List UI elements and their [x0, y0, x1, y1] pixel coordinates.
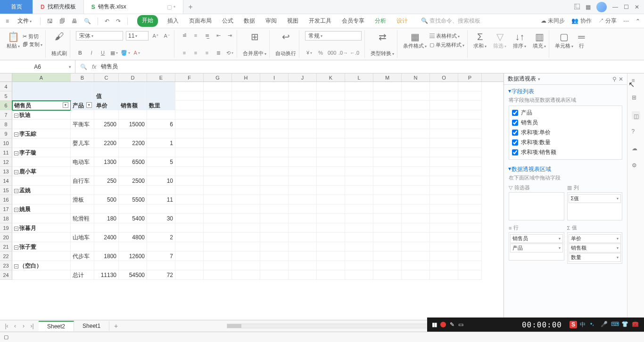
- cell[interactable]: [12, 138, 71, 148]
- rail-help-icon[interactable]: ?: [632, 128, 640, 137]
- cell[interactable]: [458, 91, 482, 101]
- select-all-corner[interactable]: [0, 73, 12, 81]
- tray-dot-icon[interactable]: •،: [590, 321, 598, 328]
- cell[interactable]: [204, 186, 232, 195]
- cell[interactable]: [147, 261, 175, 270]
- underline-icon[interactable]: U: [99, 49, 107, 57]
- cell[interactable]: [373, 204, 402, 214]
- more-icon[interactable]: ⋯: [623, 18, 629, 24]
- cell[interactable]: −孟姚: [12, 186, 71, 195]
- cell[interactable]: [71, 261, 94, 270]
- formula-input[interactable]: 销售员: [101, 63, 118, 71]
- cell[interactable]: [317, 157, 345, 167]
- preview-icon[interactable]: 🔍: [82, 17, 93, 25]
- cell[interactable]: [289, 148, 317, 157]
- cell[interactable]: [12, 214, 71, 223]
- cell[interactable]: [373, 214, 402, 223]
- cell[interactable]: [345, 157, 373, 167]
- cell[interactable]: [317, 233, 345, 242]
- cell[interactable]: [402, 148, 430, 157]
- area-chip[interactable]: Σ值: [569, 194, 621, 203]
- copy-button[interactable]: 🗐 复制: [23, 41, 42, 48]
- cell[interactable]: [175, 176, 204, 186]
- area-chip[interactable]: 产品: [510, 244, 563, 252]
- cell[interactable]: −（空白）: [12, 261, 71, 270]
- col-header-C[interactable]: C: [94, 73, 119, 81]
- area-chip[interactable]: 销售员: [510, 234, 563, 243]
- cell[interactable]: [402, 176, 430, 186]
- font-size-select[interactable]: 11: [126, 31, 149, 41]
- cell[interactable]: [175, 223, 204, 233]
- cell[interactable]: [373, 261, 402, 270]
- cell[interactable]: [175, 186, 204, 195]
- cell[interactable]: [345, 148, 373, 157]
- sum-button[interactable]: 求和: [473, 42, 487, 49]
- cell[interactable]: 销售额: [119, 101, 147, 110]
- cell[interactable]: [232, 195, 260, 204]
- saveas-icon[interactable]: 🗐: [58, 17, 67, 25]
- cell[interactable]: [458, 110, 482, 120]
- cell[interactable]: [430, 252, 458, 261]
- cell[interactable]: 11130: [94, 270, 119, 280]
- cell[interactable]: [317, 129, 345, 138]
- cell[interactable]: [232, 82, 260, 91]
- cell[interactable]: [260, 270, 289, 280]
- cell[interactable]: [458, 270, 482, 280]
- cell[interactable]: [175, 138, 204, 148]
- cell[interactable]: [345, 120, 373, 129]
- cell[interactable]: 7: [147, 252, 175, 261]
- col-header-M[interactable]: M: [373, 73, 402, 81]
- cell[interactable]: [289, 242, 317, 252]
- cell[interactable]: [345, 138, 373, 148]
- mic-icon[interactable]: 🎤: [601, 321, 608, 328]
- cell[interactable]: [175, 195, 204, 204]
- cell[interactable]: [71, 82, 94, 91]
- cell[interactable]: [232, 138, 260, 148]
- cell[interactable]: [430, 91, 458, 101]
- cell[interactable]: [317, 252, 345, 261]
- cells-button[interactable]: 单元格: [555, 42, 573, 49]
- col-header-I[interactable]: I: [260, 73, 289, 81]
- cell[interactable]: [147, 110, 175, 120]
- comma-icon[interactable]: 000: [328, 49, 336, 57]
- cell[interactable]: [175, 157, 204, 167]
- cell[interactable]: [430, 110, 458, 120]
- cell[interactable]: 婴儿车: [71, 138, 94, 148]
- rail-tools-icon[interactable]: ⊞: [632, 94, 640, 103]
- cell[interactable]: [289, 110, 317, 120]
- row-header[interactable]: 22: [0, 252, 12, 261]
- cell[interactable]: [402, 167, 430, 176]
- cell[interactable]: [317, 176, 345, 186]
- cell[interactable]: [175, 82, 204, 91]
- menu-tab-analysis[interactable]: 分析: [374, 15, 387, 27]
- menu-tab-start[interactable]: 开始: [137, 15, 158, 27]
- cell[interactable]: [317, 110, 345, 120]
- field-item[interactable]: 求和项:单价: [511, 128, 620, 138]
- decrease-font-icon[interactable]: A⁻: [163, 32, 171, 40]
- cell[interactable]: [232, 167, 260, 176]
- cell[interactable]: [402, 223, 430, 233]
- sheet-tab-sheet1[interactable]: Sheet1: [74, 321, 109, 331]
- cell[interactable]: [289, 157, 317, 167]
- cell[interactable]: [71, 242, 94, 252]
- cell[interactable]: 1: [147, 138, 175, 148]
- cell[interactable]: [402, 129, 430, 138]
- align-center-icon[interactable]: ≡: [191, 49, 200, 57]
- cell-style-button[interactable]: ▢ 单元格样式: [429, 41, 464, 49]
- cell[interactable]: [289, 120, 317, 129]
- cell[interactable]: [232, 223, 260, 233]
- hamburger-icon[interactable]: ≡: [4, 17, 11, 25]
- border-icon[interactable]: ▦: [110, 49, 118, 57]
- col-header-E[interactable]: E: [147, 73, 175, 81]
- cell[interactable]: [430, 157, 458, 167]
- cell[interactable]: [430, 138, 458, 148]
- cell[interactable]: [147, 223, 175, 233]
- command-search[interactable]: 🔍 查找命令、搜索模板: [421, 17, 480, 25]
- cell[interactable]: 总计: [71, 270, 94, 280]
- collapse-icon[interactable]: −: [14, 189, 18, 193]
- row-header[interactable]: 5: [0, 91, 12, 101]
- cell[interactable]: [458, 138, 482, 148]
- cell[interactable]: [373, 176, 402, 186]
- tool1-icon[interactable]: ✎: [450, 321, 454, 328]
- cell[interactable]: [317, 204, 345, 214]
